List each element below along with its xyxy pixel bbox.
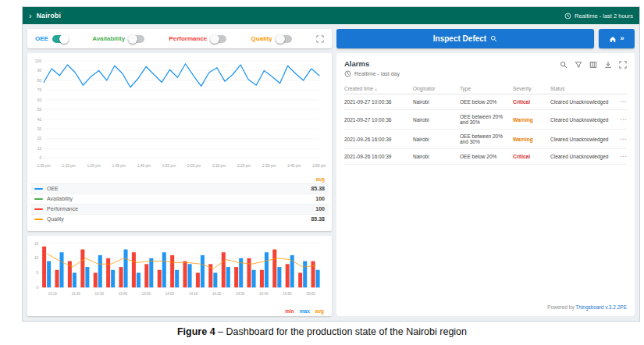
toggle-oee[interactable]: OEE: [35, 35, 68, 43]
alarm-created: 2021-09-27 10:00:36: [344, 99, 410, 105]
col-severity[interactable]: Severity: [513, 86, 547, 91]
svg-text:0: 0: [37, 286, 39, 290]
search-icon[interactable]: [560, 61, 568, 69]
svg-text:14:10: 14:10: [189, 292, 198, 296]
legend-avg[interactable]: avg: [315, 308, 324, 314]
switch-knob: [210, 34, 219, 44]
legend-max[interactable]: max: [300, 308, 310, 314]
oee-bar-chart: 05101513:1013:2013:3013:4013:5014:0014:1…: [30, 240, 329, 301]
fullscreen-icon[interactable]: [316, 35, 324, 43]
svg-text:2:05 pm: 2:05 pm: [187, 164, 201, 168]
left-column: OEE Availability Performance Quality: [27, 29, 332, 316]
row-menu-button[interactable]: ⋯: [616, 98, 627, 105]
alarms-table-header: Created time ↓ Originator Type Severity …: [344, 84, 627, 94]
switch-knob: [59, 34, 69, 44]
svg-text:13:40: 13:40: [119, 292, 128, 296]
alarm-row[interactable]: 2021-09-27 10:00:36 Nairobi OEE below 20…: [344, 94, 627, 110]
legend-label: Availability: [47, 196, 311, 201]
switch-knob: [128, 34, 137, 44]
row-menu-button[interactable]: ⋯: [616, 136, 627, 143]
clock-icon: [564, 12, 571, 20]
svg-text:13:10: 13:10: [48, 292, 57, 296]
alarm-created: 2021-09-26 16:00:39: [344, 137, 410, 142]
legend-min[interactable]: min: [285, 308, 294, 314]
svg-text:1:55 pm: 1:55 pm: [162, 164, 176, 168]
dashboard-header: › Nairobi Realtime - last 2 hours: [23, 7, 639, 24]
svg-text:14:50: 14:50: [283, 292, 292, 296]
toggle-quality-switch[interactable]: [276, 35, 292, 43]
svg-text:10: 10: [34, 256, 39, 260]
col-created-time[interactable]: Created time ↓: [344, 86, 410, 91]
legend-row-quality[interactable]: Quality 85.38: [30, 214, 329, 224]
svg-text:15:00: 15:00: [306, 292, 315, 296]
toggle-quality[interactable]: Quality: [251, 35, 292, 43]
svg-text:14:30: 14:30: [236, 292, 245, 296]
alarms-header-left: Alarms Realtime - last day: [344, 59, 400, 77]
toggle-oee-label: OEE: [35, 35, 48, 42]
legend-row-oee[interactable]: OEE 85.38: [30, 183, 329, 194]
right-column: Inspect Defect »: [336, 29, 635, 316]
powered-by: Powered by Thingsboard v.3.2.2PE: [344, 301, 627, 310]
toggle-performance-switch[interactable]: [211, 35, 226, 43]
svg-text:14:40: 14:40: [259, 292, 269, 296]
alarm-row[interactable]: 2021-09-27 10:00:36 Nairobi OEE between …: [344, 110, 627, 130]
legend-row-performance[interactable]: Performance 100: [30, 204, 329, 214]
dashboard-title: Nairobi: [37, 12, 61, 20]
chevrons-icon: »: [620, 35, 624, 42]
timewindow-button[interactable]: Realtime - last 2 hours: [564, 12, 633, 20]
sort-arrow-icon: ↓: [375, 86, 377, 91]
svg-text:60: 60: [37, 98, 42, 102]
columns-icon[interactable]: [589, 61, 597, 69]
svg-text:13:50: 13:50: [142, 292, 151, 296]
alarms-timewindow[interactable]: Realtime - last day: [344, 70, 400, 77]
svg-text:14:00: 14:00: [165, 292, 175, 296]
svg-text:1:45 pm: 1:45 pm: [137, 164, 151, 168]
back-arrow-icon[interactable]: ›: [29, 12, 32, 20]
alarm-row[interactable]: 2021-09-26 16:00:39 Nairobi OEE between …: [344, 130, 627, 149]
figure-caption-text: – Dashboard for the production state of …: [215, 326, 467, 337]
alarm-originator: Nairobi: [413, 117, 457, 123]
kpi-toggle-widget: OEE Availability Performance Quality: [27, 29, 332, 48]
svg-text:13:30: 13:30: [95, 292, 105, 296]
oee-line-chart: 01020304050607080901001:05 pm1:15 pm1:25…: [30, 56, 329, 174]
svg-text:90: 90: [37, 69, 42, 73]
toggle-availability[interactable]: Availability: [92, 35, 144, 43]
col-status[interactable]: Status: [550, 86, 613, 91]
legend-label: OEE: [47, 186, 307, 191]
alarm-status: Cleared Unacknowledged: [550, 117, 613, 123]
alarm-row[interactable]: 2021-09-26 16:00:39 Nairobi OEE below 20…: [344, 149, 627, 165]
svg-text:100: 100: [35, 59, 41, 63]
download-icon[interactable]: [604, 61, 612, 69]
col-type[interactable]: Type: [460, 86, 510, 91]
row-menu-button[interactable]: ⋯: [616, 116, 627, 123]
legend-value: 100: [315, 196, 325, 201]
svg-text:0: 0: [39, 156, 41, 160]
home-button[interactable]: »: [599, 29, 635, 48]
legend-row-availability[interactable]: Availability 100: [30, 194, 329, 204]
toggle-quality-label: Quality: [251, 35, 272, 42]
legend-avg-header: avg: [316, 176, 325, 182]
svg-text:30: 30: [37, 127, 42, 131]
svg-text:20: 20: [37, 137, 42, 140]
toggle-performance[interactable]: Performance: [169, 35, 226, 43]
inspect-defect-button[interactable]: Inspect Defect: [336, 29, 594, 48]
filter-icon[interactable]: [575, 61, 582, 69]
row-menu-button[interactable]: ⋯: [616, 153, 627, 160]
alarm-status: Cleared Unacknowledged: [550, 154, 613, 159]
clock-icon: [344, 70, 351, 77]
thingsboard-link[interactable]: Thingsboard v.3.2.2PE: [575, 304, 627, 310]
svg-text:50: 50: [37, 108, 42, 112]
col-originator[interactable]: Originator: [413, 86, 457, 91]
svg-text:1:35 pm: 1:35 pm: [112, 164, 126, 168]
toggle-performance-label: Performance: [169, 35, 207, 42]
oee-histogram-widget: 05101513:1013:2013:3013:4013:5014:0014:1…: [27, 236, 332, 316]
toggle-availability-switch[interactable]: [129, 35, 144, 43]
legend-label: Performance: [47, 206, 311, 212]
svg-text:5: 5: [37, 271, 39, 275]
figure-caption: Figure 4 – Dashboard for the production …: [0, 326, 644, 337]
chart-legend: avg OEE 85.38 Availability 100: [30, 175, 329, 224]
alarm-created: 2021-09-26 16:00:39: [344, 154, 410, 159]
fullscreen-icon[interactable]: [619, 61, 627, 69]
toggle-oee-switch[interactable]: [52, 35, 68, 43]
legend-label: Quality: [47, 216, 307, 222]
